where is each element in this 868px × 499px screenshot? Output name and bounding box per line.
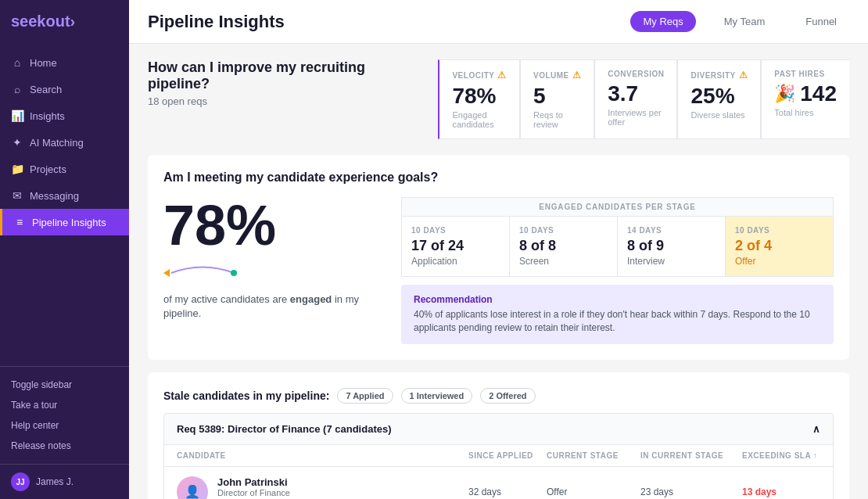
metrics-row: VELOCITY ⚠ 78% Engaged candidates VOLUME… bbox=[438, 59, 849, 139]
projects-icon: 📁 bbox=[11, 163, 23, 175]
sidebar-item-ai-matching[interactable]: ✦ AI Matching bbox=[0, 129, 129, 156]
metric-past-hires-label: PAST HIRES bbox=[774, 70, 837, 78]
tab-my-team[interactable]: My Team bbox=[712, 11, 778, 32]
cand-name-john: John Patrinski bbox=[217, 476, 290, 488]
stage-days-application: 10 DAYS bbox=[411, 226, 500, 235]
stale-title: Stale candidates in my pipeline: bbox=[163, 390, 329, 402]
logo-arrow: › bbox=[70, 13, 76, 30]
stale-candidates-section: Stale candidates in my pipeline: 7 Appli… bbox=[148, 372, 849, 499]
badge-offered[interactable]: 2 Offered bbox=[480, 388, 535, 404]
stage-fraction-interview: 8 of 9 bbox=[627, 238, 716, 254]
sidebar-item-insights[interactable]: 📊 Insights bbox=[0, 102, 129, 129]
sidebar-item-search[interactable]: ⌕ Search bbox=[0, 76, 129, 102]
current-stage-john: Offer bbox=[547, 486, 640, 497]
sidebar-item-home[interactable]: ⌂ Home bbox=[0, 49, 129, 76]
warn-icon-volume: ⚠ bbox=[572, 70, 582, 81]
pipeline-question: How can I improve my recruiting pipeline… bbox=[148, 59, 422, 107]
insights-icon: 📊 bbox=[11, 109, 23, 122]
stage-fraction-screen: 8 of 8 bbox=[519, 238, 608, 254]
metric-past-hires-sub: Total hires bbox=[774, 108, 837, 117]
stage-name-interview: Interview bbox=[627, 256, 716, 267]
search-icon: ⌕ bbox=[11, 83, 23, 95]
stage-name-offer: Offer bbox=[735, 256, 823, 267]
release-notes-btn[interactable]: Release notes bbox=[0, 436, 129, 456]
recommendation-title: Recommendation bbox=[414, 294, 821, 305]
sidebar-item-projects[interactable]: 📁 Projects bbox=[0, 156, 129, 182]
svg-point-0 bbox=[231, 270, 237, 276]
badge-applied[interactable]: 7 Applied bbox=[337, 388, 393, 404]
help-center-btn[interactable]: Help center bbox=[0, 415, 129, 436]
warn-icon-diversity: ⚠ bbox=[739, 70, 748, 81]
metric-diversity-label: DIVERSITY ⚠ bbox=[690, 70, 748, 81]
badge-interviewed[interactable]: 1 Interviewed bbox=[401, 388, 473, 404]
stage-name-screen: Screen bbox=[519, 256, 608, 267]
home-icon: ⌂ bbox=[11, 56, 23, 69]
content-area: How can I improve my recruiting pipeline… bbox=[129, 44, 868, 499]
metric-conversion[interactable]: CONVERSION 3.7 Interviews per offer bbox=[594, 59, 677, 139]
since-applied-john: 32 days bbox=[468, 486, 547, 497]
metric-diversity-sub: Diverse slates bbox=[690, 110, 748, 120]
recommendation-box: Recommendation 40% of applicants lose in… bbox=[401, 285, 834, 344]
req-header[interactable]: Req 5389: Director of Finance (7 candida… bbox=[164, 414, 833, 444]
stages-header: ENGAGED CANDIDATES PER STAGE bbox=[401, 197, 834, 217]
user-name: James J. bbox=[36, 476, 74, 487]
candidate-details-john: John Patrinski Director of Finance Micro… bbox=[217, 476, 290, 499]
cand-title-john: Director of Finance bbox=[217, 488, 290, 497]
main-content: Pipeline Insights My Reqs My Team Funnel… bbox=[129, 0, 868, 499]
stage-screen[interactable]: 10 DAYS 8 of 8 Screen bbox=[510, 217, 618, 276]
req-row: Req 5389: Director of Finance (7 candida… bbox=[163, 413, 834, 499]
exceeding-sla-john: 13 days bbox=[742, 486, 820, 497]
metric-conversion-sub: Interviews per offer bbox=[608, 108, 664, 127]
user-profile[interactable]: JJ James J. bbox=[0, 464, 129, 499]
page-title: Pipeline Insights bbox=[148, 12, 615, 32]
section-title-ce: Am I meeting my candidate experience goa… bbox=[163, 171, 834, 185]
sidebar-label-messaging: Messaging bbox=[30, 190, 79, 202]
sidebar-label-home: Home bbox=[30, 57, 57, 69]
warn-icon-velocity: ⚠ bbox=[497, 70, 507, 81]
stages-row: 10 DAYS 17 of 24 Application 10 DAYS 8 o… bbox=[401, 217, 834, 277]
stage-offer[interactable]: 10 DAYS 2 of 4 Offer bbox=[726, 217, 833, 276]
app-logo[interactable]: seekout› bbox=[0, 0, 129, 43]
stage-name-application: Application bbox=[411, 256, 500, 267]
stage-fraction-offer: 2 of 4 bbox=[735, 238, 823, 254]
sidebar-item-pipeline-insights[interactable]: ≡ Pipeline Insights bbox=[0, 209, 129, 235]
stage-fraction-application: 17 of 24 bbox=[411, 238, 500, 254]
sidebar-label-insights: Insights bbox=[30, 110, 65, 122]
table-row[interactable]: 👤 John Patrinski Director of Finance Mic… bbox=[164, 467, 833, 499]
sidebar-item-messaging[interactable]: ✉ Messaging bbox=[0, 182, 129, 209]
metric-volume-label: VOLUME ⚠ bbox=[533, 70, 581, 81]
svg-marker-1 bbox=[163, 269, 170, 277]
stage-application[interactable]: 10 DAYS 17 of 24 Application bbox=[402, 217, 510, 276]
metric-conversion-value: 3.7 bbox=[608, 81, 664, 106]
avatar-john: 👤 bbox=[177, 476, 208, 499]
metric-past-hires[interactable]: PAST HIRES 🎉 142 Total hires bbox=[761, 59, 849, 139]
col-exceeding-sla: EXCEEDING SLA ↑ bbox=[742, 451, 820, 460]
candidate-info-john: 👤 John Patrinski Director of Finance Mic… bbox=[177, 476, 468, 499]
metric-velocity-label: VELOCITY ⚠ bbox=[452, 70, 507, 81]
pipeline-header: How can I improve my recruiting pipeline… bbox=[148, 59, 849, 139]
metric-diversity[interactable]: DIVERSITY ⚠ 25% Diverse slates bbox=[677, 59, 761, 139]
metric-velocity-sub: Engaged candidates bbox=[452, 110, 507, 129]
col-current-stage: CURRENT STAGE bbox=[547, 451, 640, 460]
toggle-sidebar-btn[interactable]: Toggle sidebar bbox=[0, 375, 129, 395]
take-a-tour-btn[interactable]: Take a tour bbox=[0, 395, 129, 415]
in-current-stage-john: 23 days bbox=[640, 486, 742, 497]
tab-my-reqs[interactable]: My Reqs bbox=[630, 11, 695, 32]
candidate-experience-section: Am I meeting my candidate experience goa… bbox=[148, 155, 849, 360]
tab-funnel[interactable]: Funnel bbox=[793, 11, 849, 32]
sidebar-bottom: Toggle sidebar Take a tour Help center R… bbox=[0, 366, 129, 464]
logo-text: seekout bbox=[11, 13, 70, 30]
metric-volume[interactable]: VOLUME ⚠ 5 Reqs to review bbox=[520, 59, 594, 139]
stage-interview[interactable]: 14 DAYS 8 of 9 Interview bbox=[618, 217, 726, 276]
avatar: JJ bbox=[11, 472, 30, 491]
recommendation-text: 40% of applicants lose interest in a rol… bbox=[414, 308, 821, 335]
stages-container: ENGAGED CANDIDATES PER STAGE 10 DAYS 17 … bbox=[401, 197, 834, 344]
sidebar-label-projects: Projects bbox=[30, 163, 66, 175]
big-percent-symbol: % bbox=[226, 194, 276, 257]
stale-header: Stale candidates in my pipeline: 7 Appli… bbox=[163, 388, 834, 404]
metric-velocity[interactable]: VELOCITY ⚠ 78% Engaged candidates bbox=[438, 59, 520, 139]
sidebar-label-ai-matching: AI Matching bbox=[30, 137, 84, 149]
big-percent-row: 78% of my active candidates are engaged … bbox=[163, 197, 834, 344]
metric-diversity-value: 25% bbox=[690, 84, 748, 109]
col-since-applied: SINCE APPLIED bbox=[468, 451, 547, 460]
